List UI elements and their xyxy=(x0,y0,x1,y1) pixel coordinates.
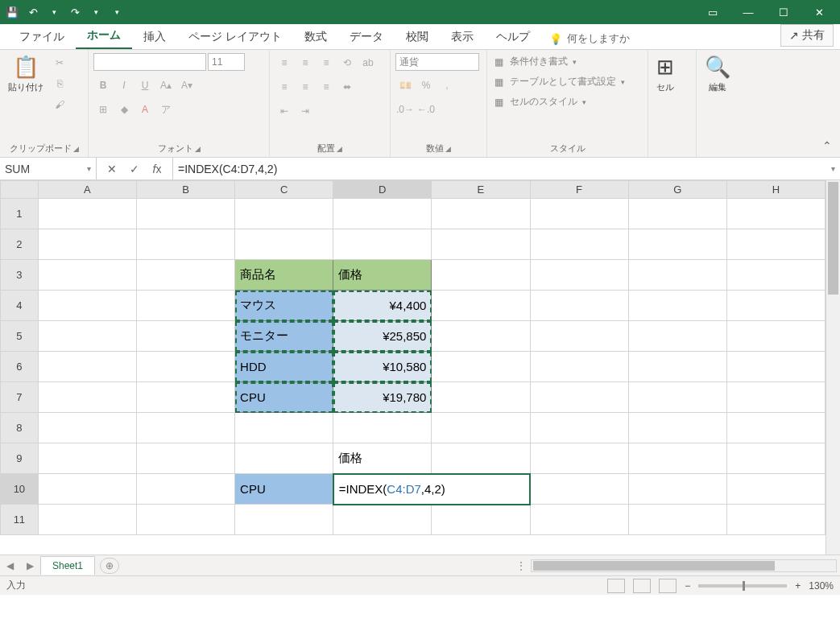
align-right-icon[interactable]: ≡ xyxy=(317,77,336,97)
split-handle[interactable]: ⋮ xyxy=(511,560,531,571)
cut-icon[interactable]: ✂ xyxy=(50,53,69,72)
formula-bar[interactable]: =INDEX(C4:D7,4,2)▾ xyxy=(173,158,840,179)
zoom-level[interactable]: 130% xyxy=(809,580,834,592)
tab-view[interactable]: 表示 xyxy=(440,25,485,49)
cell-d4[interactable]: ¥4,400 xyxy=(333,291,432,321)
row-header[interactable]: 3 xyxy=(1,260,39,291)
tab-page-layout[interactable]: ページ レイアウト xyxy=(177,25,293,49)
editing-button[interactable]: 🔍編集 xyxy=(701,53,734,95)
undo-icon[interactable]: ↶ xyxy=(26,5,40,19)
borders-button[interactable]: ⊞ xyxy=(93,100,113,119)
format-as-table-button[interactable]: ▦テーブルとして書式設定▾ xyxy=(492,73,625,90)
align-center-icon[interactable]: ≡ xyxy=(296,77,315,97)
cell-c7[interactable]: CPU xyxy=(235,382,333,413)
cells-button[interactable]: ⊞セル xyxy=(653,53,677,95)
sheet-nav-next-icon[interactable]: ▶ xyxy=(20,560,40,571)
zoom-in-icon[interactable]: + xyxy=(795,580,801,592)
col-header-e[interactable]: E xyxy=(432,181,530,199)
copy-icon[interactable]: ⎘ xyxy=(50,74,69,93)
cell-c5[interactable]: モニター xyxy=(235,321,333,352)
col-header-b[interactable]: B xyxy=(136,181,234,199)
confirm-edit-icon[interactable]: ✓ xyxy=(126,163,143,175)
row-header[interactable]: 7 xyxy=(1,382,39,413)
align-bottom-icon[interactable]: ≡ xyxy=(317,53,336,72)
normal-view-icon[interactable] xyxy=(607,579,625,593)
increase-indent-icon[interactable]: ⇥ xyxy=(296,101,315,121)
row-header[interactable]: 9 xyxy=(1,443,39,474)
new-sheet-button[interactable]: ⊕ xyxy=(100,558,119,574)
redo-icon[interactable]: ↷ xyxy=(68,5,82,19)
fx-icon[interactable]: fx xyxy=(148,163,166,175)
row-header[interactable]: 2 xyxy=(1,229,39,260)
redo-dropdown-icon[interactable]: ▾ xyxy=(89,5,103,19)
paste-button[interactable]: 📋貼り付け xyxy=(5,53,47,95)
font-size-combo[interactable]: 11 xyxy=(208,53,245,71)
accounting-format-icon[interactable]: 💴 xyxy=(395,76,415,95)
underline-button[interactable]: U xyxy=(135,76,155,95)
merge-icon[interactable]: ⬌ xyxy=(337,77,357,97)
row-header[interactable]: 5 xyxy=(1,321,39,352)
save-icon[interactable]: 💾 xyxy=(5,5,19,19)
zoom-out-icon[interactable]: − xyxy=(685,580,690,592)
vertical-scrollbar[interactable] xyxy=(826,180,840,555)
phonetic-button[interactable]: ア xyxy=(156,100,176,119)
tab-review[interactable]: 校閲 xyxy=(395,25,440,49)
row-header[interactable]: 1 xyxy=(1,199,39,229)
qat-customize-icon[interactable]: ▾ xyxy=(110,5,124,19)
chevron-down-icon[interactable]: ▾ xyxy=(87,164,91,173)
select-all-corner[interactable] xyxy=(1,181,39,199)
bold-button[interactable]: B xyxy=(93,76,113,95)
scrollbar-thumb[interactable] xyxy=(828,182,838,295)
grid[interactable]: A B C D E F G H 1 2 3商品名価格 4マウス¥4,400 5モ… xyxy=(0,180,826,555)
ribbon-options-icon[interactable]: ▭ xyxy=(697,1,729,23)
col-header-f[interactable]: F xyxy=(530,181,628,199)
shrink-font-button[interactable]: A▾ xyxy=(177,76,197,95)
row-header[interactable]: 11 xyxy=(1,505,39,535)
cell-c3[interactable]: 商品名 xyxy=(235,260,333,291)
sheet-tab[interactable]: Sheet1 xyxy=(40,556,95,575)
undo-dropdown-icon[interactable]: ▾ xyxy=(47,5,61,19)
cell-d10-editing[interactable]: =INDEX(C4:D7,4,2) xyxy=(333,474,530,505)
page-layout-view-icon[interactable] xyxy=(633,579,651,593)
align-middle-icon[interactable]: ≡ xyxy=(296,53,315,72)
align-left-icon[interactable]: ≡ xyxy=(275,77,294,97)
row-header[interactable]: 10 xyxy=(1,474,39,505)
cancel-edit-icon[interactable]: ✕ xyxy=(103,163,121,175)
percent-icon[interactable]: % xyxy=(416,76,436,95)
tab-file[interactable]: ファイル xyxy=(8,25,76,49)
decrease-decimal-icon[interactable]: ←.0 xyxy=(416,100,436,119)
col-header-c[interactable]: C xyxy=(235,181,333,199)
grow-font-button[interactable]: A▴ xyxy=(156,76,176,95)
sheet-nav-prev-icon[interactable]: ◀ xyxy=(0,560,20,571)
align-top-icon[interactable]: ≡ xyxy=(275,53,294,72)
dialog-launcher-icon[interactable]: ◢ xyxy=(195,145,201,153)
number-format-combo[interactable]: 通貨 xyxy=(395,53,479,71)
col-header-g[interactable]: G xyxy=(628,181,726,199)
cell-c4[interactable]: マウス xyxy=(235,291,333,321)
row-header[interactable]: 8 xyxy=(1,413,39,443)
cell-d3[interactable]: 価格 xyxy=(333,260,432,291)
orientation-icon[interactable]: ⟲ xyxy=(337,53,357,72)
italic-button[interactable]: I xyxy=(114,76,134,95)
cell-styles-button[interactable]: ▦セルのスタイル▾ xyxy=(492,93,586,110)
conditional-formatting-button[interactable]: ▦条件付き書式▾ xyxy=(492,53,577,70)
tab-formulas[interactable]: 数式 xyxy=(293,25,338,49)
col-header-d[interactable]: D xyxy=(333,181,432,199)
cell-c6[interactable]: HDD xyxy=(235,352,333,382)
font-color-button[interactable]: A xyxy=(135,100,155,119)
tab-insert[interactable]: 挿入 xyxy=(132,25,177,49)
decrease-indent-icon[interactable]: ⇤ xyxy=(275,101,294,121)
cell-d6[interactable]: ¥10,580 xyxy=(333,352,432,382)
col-header-h[interactable]: H xyxy=(726,181,825,199)
fill-color-button[interactable]: ◆ xyxy=(114,100,134,119)
row-header[interactable]: 6 xyxy=(1,352,39,382)
cell-d7[interactable]: ¥19,780 xyxy=(333,382,432,413)
tab-data[interactable]: データ xyxy=(338,25,395,49)
dialog-launcher-icon[interactable]: ◢ xyxy=(445,145,451,153)
tab-home[interactable]: ホーム xyxy=(76,23,132,49)
close-icon[interactable]: ✕ xyxy=(803,1,835,23)
tell-me[interactable]: 💡何をしますか xyxy=(541,28,638,49)
scrollbar-thumb[interactable] xyxy=(533,561,775,571)
page-break-view-icon[interactable] xyxy=(659,579,677,593)
cell-d5[interactable]: ¥25,850 xyxy=(333,321,432,352)
